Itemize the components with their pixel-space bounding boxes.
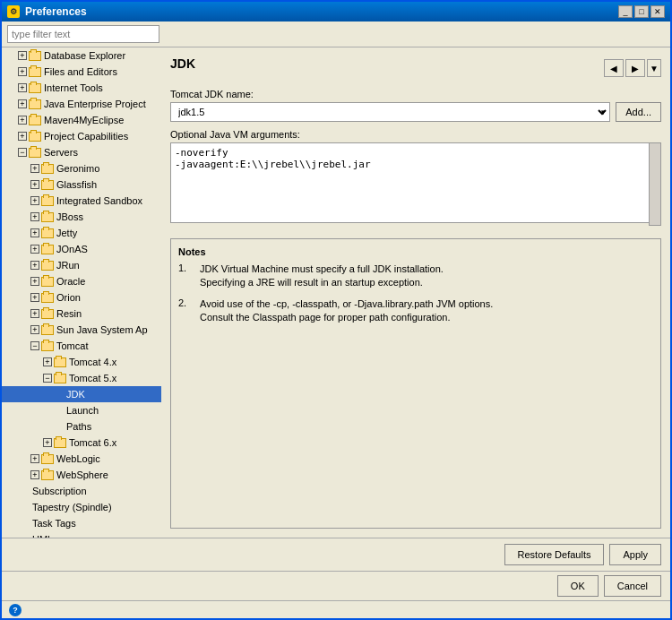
label-subscription: Subscription bbox=[32, 484, 87, 498]
toggle-database-explorer[interactable]: + bbox=[18, 51, 27, 60]
tree-item-project-capabilities[interactable]: + Project Capabilities bbox=[2, 128, 161, 144]
jdk-name-label: Tomcat JDK name: bbox=[170, 89, 661, 99]
label-project-capabilities: Project Capabilities bbox=[44, 129, 128, 143]
forward-button[interactable]: ▶ bbox=[625, 59, 645, 77]
toggle-java-enterprise[interactable]: + bbox=[18, 99, 27, 108]
tree-item-jdk[interactable]: JDK bbox=[2, 386, 161, 402]
tree-item-tapestry[interactable]: Tapestry (Spindle) bbox=[2, 499, 161, 515]
tree-item-tomcat[interactable]: − Tomcat bbox=[2, 338, 161, 354]
tree-item-jonas[interactable]: + JOnAS bbox=[2, 241, 161, 257]
vm-args-textarea[interactable]: -noverify -javaagent:E:\\jrebel\\jrebel.… bbox=[170, 142, 661, 223]
label-maven: Maven4MyEclipse bbox=[44, 113, 124, 127]
cancel-button[interactable]: Cancel bbox=[604, 575, 661, 597]
tree-item-tomcat-5x[interactable]: − Tomcat 5.x bbox=[2, 370, 161, 386]
main-content: + Database Explorer + Files and Editors … bbox=[2, 47, 670, 538]
jdk-select-row: jdk1.5 Add... bbox=[170, 102, 661, 122]
toggle-jetty[interactable]: + bbox=[30, 228, 39, 237]
toggle-jonas[interactable]: + bbox=[30, 245, 39, 254]
tree-item-resin[interactable]: + Resin bbox=[2, 306, 161, 322]
tree-item-glassfish[interactable]: + Glassfish bbox=[2, 177, 161, 193]
label-sun-java: Sun Java System Ap bbox=[56, 323, 148, 337]
toggle-tapestry bbox=[18, 501, 30, 513]
tree-item-java-enterprise[interactable]: + Java Enterprise Project bbox=[2, 96, 161, 112]
toggle-task-tags bbox=[18, 517, 30, 530]
tree-item-tomcat-6x[interactable]: + Tomcat 6.x bbox=[2, 435, 161, 451]
tree-item-weblogic[interactable]: + WebLogic bbox=[2, 451, 161, 467]
folder-icon-2 bbox=[29, 67, 41, 77]
toggle-servers[interactable]: − bbox=[18, 148, 27, 157]
close-button[interactable]: ✕ bbox=[650, 5, 665, 18]
toggle-geronimo[interactable]: + bbox=[30, 164, 39, 173]
toggle-oracle[interactable]: + bbox=[30, 277, 39, 286]
tree-item-maven[interactable]: + Maven4MyEclipse bbox=[2, 112, 161, 128]
tree-item-websphere[interactable]: + WebSphere bbox=[2, 467, 161, 483]
label-weblogic: WebLogic bbox=[56, 452, 100, 466]
label-websphere: WebSphere bbox=[56, 468, 108, 482]
tree-item-files-editors[interactable]: + Files and Editors bbox=[2, 64, 161, 80]
folder-icon-14 bbox=[41, 261, 54, 271]
add-button[interactable]: Add... bbox=[616, 102, 661, 122]
note-num-1: 1. bbox=[178, 263, 200, 290]
tree-item-paths[interactable]: Paths bbox=[2, 418, 161, 435]
label-orion: Orion bbox=[56, 290, 81, 305]
title-bar-buttons: _ □ ✕ bbox=[618, 5, 665, 18]
toggle-project-capabilities[interactable]: + bbox=[18, 132, 27, 141]
help-icon[interactable]: ? bbox=[9, 604, 22, 616]
jdk-select-wrapper: jdk1.5 bbox=[170, 102, 610, 122]
toggle-integrated-sandbox[interactable]: + bbox=[30, 196, 39, 205]
folder-icon-22 bbox=[54, 438, 66, 448]
toggle-maven[interactable]: + bbox=[18, 116, 27, 125]
toggle-glassfish[interactable]: + bbox=[30, 180, 39, 189]
toggle-orion[interactable]: + bbox=[30, 293, 39, 302]
tree-item-integrated-sandbox[interactable]: + Integrated Sandbox bbox=[2, 193, 161, 209]
note-item-2: 2. Avoid use of the -cp, -classpath, or … bbox=[178, 297, 653, 325]
nav-button-3[interactable]: ▼ bbox=[647, 59, 661, 77]
action-toolbar: Restore Defaults Apply bbox=[2, 538, 670, 571]
toggle-resin[interactable]: + bbox=[30, 309, 39, 318]
minimize-button[interactable]: _ bbox=[618, 5, 633, 18]
tree-item-tomcat-4x[interactable]: + Tomcat 4.x bbox=[2, 354, 161, 370]
toggle-internet-tools[interactable]: + bbox=[18, 83, 27, 92]
apply-button[interactable]: Apply bbox=[609, 544, 661, 565]
maximize-button[interactable]: □ bbox=[634, 5, 649, 18]
tree-item-oracle[interactable]: + Oracle bbox=[2, 273, 161, 289]
toggle-tomcat[interactable]: − bbox=[30, 341, 39, 350]
tree-item-sun-java[interactable]: + Sun Java System Ap bbox=[2, 322, 161, 338]
toggle-jboss[interactable]: + bbox=[30, 212, 39, 221]
tree-item-servers[interactable]: − Servers bbox=[2, 144, 161, 160]
sidebar-scroll[interactable]: + Database Explorer + Files and Editors … bbox=[2, 47, 161, 538]
textarea-wrapper: -noverify -javaagent:E:\\jrebel\\jrebel.… bbox=[170, 142, 661, 226]
tree-item-database-explorer[interactable]: + Database Explorer bbox=[2, 47, 161, 64]
toggle-tomcat-5x[interactable]: − bbox=[43, 374, 52, 383]
tree-item-launch[interactable]: Launch bbox=[2, 402, 161, 418]
tree-item-internet-tools[interactable]: + Internet Tools bbox=[2, 80, 161, 96]
toggle-tomcat-6x[interactable]: + bbox=[43, 438, 52, 447]
tree-item-task-tags[interactable]: Task Tags bbox=[2, 515, 161, 531]
tree-item-uml[interactable]: UML bbox=[2, 531, 161, 538]
ok-button[interactable]: OK bbox=[557, 575, 599, 597]
label-glassfish: Glassfish bbox=[56, 177, 97, 192]
toggle-sun-java[interactable]: + bbox=[30, 325, 39, 334]
search-input[interactable] bbox=[7, 25, 159, 43]
back-button[interactable]: ◀ bbox=[604, 59, 624, 77]
tree-item-geronimo[interactable]: + Geronimo bbox=[2, 160, 161, 177]
toggle-files-editors[interactable]: + bbox=[18, 67, 27, 76]
jdk-select[interactable]: jdk1.5 bbox=[170, 102, 610, 122]
toggle-tomcat-4x[interactable]: + bbox=[43, 357, 52, 366]
toggle-websphere[interactable]: + bbox=[30, 470, 39, 479]
folder-icon-18 bbox=[41, 325, 54, 335]
tree-item-orion[interactable]: + Orion bbox=[2, 289, 161, 306]
toggle-weblogic[interactable]: + bbox=[30, 454, 39, 463]
vm-args-label: Optional Java VM arguments: bbox=[170, 129, 661, 140]
tree-item-jetty[interactable]: + Jetty bbox=[2, 225, 161, 241]
tree-item-jrun[interactable]: + JRun bbox=[2, 257, 161, 273]
folder-icon-13 bbox=[41, 245, 54, 254]
folder-icon-20 bbox=[54, 357, 66, 367]
notes-title: Notes bbox=[178, 246, 653, 257]
folder-icon bbox=[29, 51, 41, 61]
restore-defaults-button[interactable]: Restore Defaults bbox=[504, 544, 605, 565]
tree-item-jboss[interactable]: + JBoss bbox=[2, 209, 161, 225]
toggle-jrun[interactable]: + bbox=[30, 261, 39, 270]
textarea-scrollbar[interactable] bbox=[649, 142, 661, 226]
tree-item-subscription[interactable]: Subscription bbox=[2, 483, 161, 499]
